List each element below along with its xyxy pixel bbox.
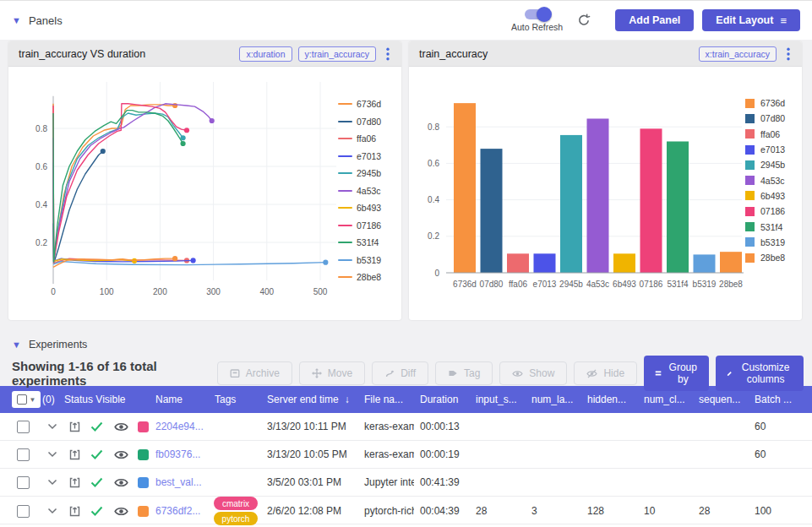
- server-end-time: 2/6/20 12:08 PM: [262, 505, 358, 517]
- expand-row-button[interactable]: [41, 451, 64, 458]
- open-run-button[interactable]: [64, 505, 84, 518]
- row-checkbox[interactable]: [17, 505, 30, 518]
- visibility-button[interactable]: [108, 449, 134, 460]
- show-button[interactable]: Show: [499, 361, 567, 385]
- legend-swatch-icon: [745, 114, 755, 123]
- legend-item[interactable]: b5319: [745, 235, 785, 250]
- auto-refresh-toggle[interactable]: [525, 8, 550, 20]
- column-header-file-name[interactable]: File na...: [358, 394, 414, 405]
- legend-item[interactable]: 07186: [745, 204, 785, 219]
- row-checkbox[interactable]: [17, 476, 30, 489]
- eye-icon: [114, 506, 128, 517]
- legend-item[interactable]: 07d80: [745, 111, 785, 126]
- visibility-button[interactable]: [108, 477, 134, 488]
- move-button[interactable]: Move: [299, 361, 365, 385]
- legend-label: e7013: [760, 144, 785, 155]
- open-run-button[interactable]: [64, 421, 84, 433]
- legend-item[interactable]: 28be8: [745, 250, 785, 265]
- run-name-link[interactable]: 2204e94...: [152, 421, 210, 432]
- run-name-link[interactable]: best_val...: [152, 476, 210, 488]
- num-la-value: 3: [526, 505, 581, 517]
- column-header-tags[interactable]: Tags: [210, 394, 262, 405]
- open-run-button[interactable]: [64, 448, 84, 461]
- add-panel-button[interactable]: Add Panel: [615, 9, 694, 31]
- column-header-sequen[interactable]: sequen...: [693, 394, 749, 405]
- expand-row-button[interactable]: [41, 479, 64, 486]
- column-header-num-cl[interactable]: num_cl...: [638, 394, 693, 405]
- open-run-button[interactable]: [64, 476, 84, 489]
- panels-section-toggle[interactable]: ▼ Panels: [12, 14, 63, 27]
- legend-label: 07d80: [357, 117, 381, 127]
- kebab-icon: [787, 47, 790, 61]
- input-s-value: 28: [470, 505, 526, 517]
- expand-row-button[interactable]: [41, 423, 64, 430]
- column-header-batch[interactable]: Batch ...: [749, 394, 812, 405]
- column-header-status-visible[interactable]: Status Visible: [64, 394, 152, 405]
- run-color-swatch: [138, 506, 149, 517]
- row-checkbox[interactable]: [17, 448, 30, 461]
- customize-columns-button[interactable]: Customize columns: [716, 356, 804, 391]
- legend-item[interactable]: 07d80: [338, 113, 381, 131]
- expand-row-button[interactable]: [41, 508, 64, 514]
- select-all-checkbox[interactable]: ▼: [12, 391, 41, 408]
- legend-item[interactable]: 28be8: [338, 269, 381, 286]
- svg-text:0: 0: [434, 269, 439, 278]
- line-chart[interactable]: 0.20.40.60.80100200300400500: [8, 67, 338, 318]
- legend-item[interactable]: e7013: [745, 142, 785, 157]
- visibility-button[interactable]: [108, 421, 134, 432]
- column-header-input-s[interactable]: input_s...: [470, 394, 526, 405]
- duration: 00:04:39: [414, 505, 470, 517]
- legend-item[interactable]: 4a53c: [745, 172, 785, 187]
- legend-item[interactable]: 531f4: [745, 219, 785, 234]
- tags-cell: cmatrixpytorch: [210, 497, 262, 525]
- line-chart-panel-header: train_accuracy VS duration x:duration y:…: [8, 41, 401, 67]
- panels-band: train_accuracy VS duration x:duration y:…: [0, 40, 812, 332]
- legend-item[interactable]: 6736d: [338, 95, 381, 113]
- table-row: 6736df2... cmatrixpytorch 2/6/20 12:08 P…: [0, 497, 812, 524]
- legend-line-icon: [338, 138, 352, 139]
- auto-refresh-label: Auto Refresh: [511, 22, 563, 32]
- legend-item[interactable]: 6736d: [745, 95, 785, 111]
- server-end-time: 3/13/20 10:11 PM: [262, 421, 358, 432]
- legend-item[interactable]: 2945b: [745, 157, 785, 172]
- chevron-down-icon: ▼: [30, 396, 36, 404]
- column-header-server-end-time[interactable]: Server end time ↓: [262, 394, 358, 405]
- panel-menu-button[interactable]: [787, 47, 790, 61]
- legend-item[interactable]: 531f4: [338, 234, 381, 252]
- legend-item[interactable]: 07186: [338, 217, 381, 235]
- column-header-name[interactable]: Name: [152, 394, 210, 405]
- legend-item[interactable]: ffa06: [745, 127, 785, 142]
- archive-button[interactable]: Archive: [217, 361, 292, 385]
- panel-menu-button[interactable]: [386, 47, 390, 61]
- column-header-hidden[interactable]: hidden...: [581, 394, 638, 405]
- legend-item[interactable]: 6b493: [338, 199, 381, 217]
- legend-item[interactable]: 4a53c: [338, 182, 381, 200]
- tag-pill[interactable]: cmatrix: [214, 497, 258, 510]
- tag-button[interactable]: Tag: [435, 361, 493, 385]
- run-name-link[interactable]: 6736df2...: [152, 505, 210, 517]
- visibility-button[interactable]: [108, 506, 134, 517]
- group-by-button[interactable]: Group by: [644, 356, 709, 391]
- experiments-band: ▼ Experiments Showing 1-16 of 16 total e…: [0, 332, 812, 386]
- column-header-duration[interactable]: Duration: [414, 394, 470, 405]
- legend-item[interactable]: ffa06: [338, 130, 381, 148]
- bar-chart[interactable]: 00.20.40.60.86736d07d80ffa06e70132945b4a…: [409, 67, 745, 318]
- column-header-num-la[interactable]: num_la...: [526, 394, 581, 405]
- table-body: 2204e94... 3/13/20 10:11 PM keras-exam..…: [0, 413, 812, 524]
- refresh-button[interactable]: [576, 13, 591, 28]
- status-ok-icon: [90, 449, 103, 459]
- legend-item[interactable]: b5319: [338, 252, 381, 269]
- hide-button[interactable]: Hide: [574, 361, 637, 385]
- run-name-link[interactable]: fb09376...: [152, 448, 210, 460]
- experiments-section-toggle[interactable]: ▼ Experiments: [12, 339, 804, 350]
- diff-button[interactable]: Diff: [372, 361, 428, 385]
- row-checkbox[interactable]: [17, 421, 30, 433]
- line-chart-panel: train_accuracy VS duration x:duration y:…: [8, 41, 401, 320]
- legend-item[interactable]: 2945b: [338, 165, 381, 182]
- eye-off-icon: [586, 369, 597, 378]
- legend-item[interactable]: e7013: [338, 148, 381, 166]
- archive-icon: [230, 368, 240, 378]
- edit-layout-button[interactable]: Edit Layout ≡: [702, 9, 800, 31]
- tag-pill[interactable]: pytorch: [214, 512, 259, 525]
- legend-item[interactable]: 6b493: [745, 188, 785, 204]
